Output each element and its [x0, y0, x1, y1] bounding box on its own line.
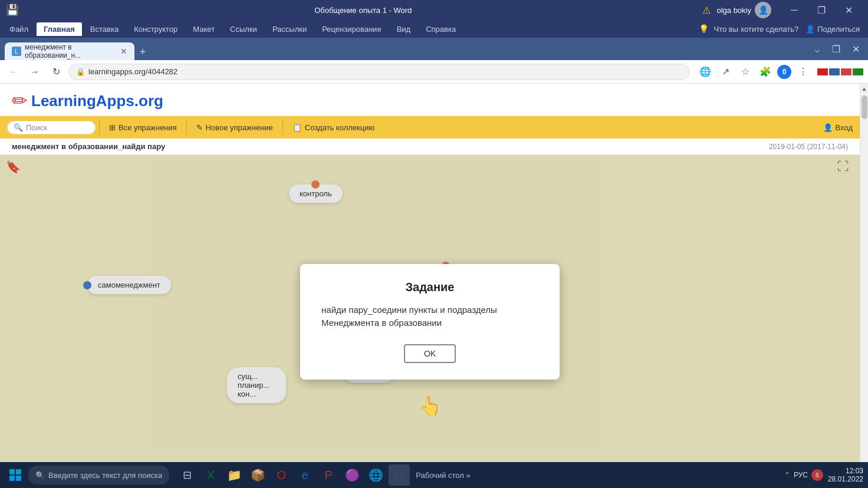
login-label: Вход	[836, 123, 853, 132]
all-exercises-label: Все упражнения	[119, 123, 177, 132]
lang-flags	[817, 68, 863, 75]
pencil-icon: ✏	[12, 90, 28, 112]
nav-create-collection[interactable]: 📋 Создать коллекцию	[287, 116, 380, 139]
bookmark-btn[interactable]: ☆	[737, 64, 754, 80]
dialog-ok-btn[interactable]: OK	[404, 344, 456, 363]
content-wrapper: ✏ LearningApps.org 🔍 Поиск ⊞ Все упражне…	[0, 84, 860, 488]
grid-icon: ⊞	[109, 123, 116, 132]
back-btn[interactable]: ←	[5, 63, 22, 81]
user-icon: 👤	[823, 123, 833, 132]
page-title: менеджмент в образовании_найди пару	[12, 142, 165, 151]
page-title-bar: менеджмент в образовании_найди пару 2019…	[0, 139, 860, 155]
la-header: ✏ LearningApps.org	[0, 84, 860, 116]
ribbon-search: 💡 Что вы хотите сделать?	[699, 24, 798, 34]
username: olga bokiy	[716, 6, 751, 15]
forward-btn[interactable]: →	[26, 63, 44, 81]
translate-btn[interactable]: 🌐	[697, 64, 714, 80]
cursor-hand: 👆	[418, 395, 442, 417]
tab-favicon: L	[12, 47, 21, 56]
flag-it	[853, 68, 863, 75]
la-logo: ✏ LearningApps.org	[12, 90, 163, 112]
la-navbar: 🔍 Поиск ⊞ Все упражнения ✎ Новое упражне…	[0, 116, 860, 139]
url-text: learningapps.org/4044282	[88, 67, 177, 76]
address-input[interactable]: 🔒 learningapps.org/4044282	[68, 64, 690, 80]
user-info: ⚠ olga bokiy 👤	[702, 2, 771, 18]
browser-close-btn[interactable]: ✕	[849, 42, 863, 56]
edit-icon: ✎	[196, 123, 203, 132]
dialog-title: Задание	[321, 281, 538, 294]
extension-badge: 0	[777, 65, 791, 79]
nav-divider-2	[186, 120, 187, 134]
scrollbar-right[interactable]: ▲	[860, 84, 868, 488]
tab-review[interactable]: Рецензирование	[315, 22, 388, 36]
nav-new-exercise[interactable]: ✎ Новое упражнение	[190, 116, 279, 139]
ribbon: Файл Главная Вставка Конструктор Макет С…	[0, 20, 868, 38]
search-icon: 🔍	[14, 123, 23, 132]
tab-mailings[interactable]: Рассылки	[265, 22, 314, 36]
share-button[interactable]: 👤 Поделиться	[800, 23, 866, 35]
tab-view[interactable]: Вид	[390, 22, 418, 36]
tab-constructor[interactable]: Конструктор	[127, 22, 185, 36]
browser-actions: 🌐 ↗ ☆ 🧩 0 ⋮	[697, 64, 863, 80]
lightbulb-icon: 💡	[699, 24, 709, 34]
flag-ru	[841, 68, 851, 75]
warning-icon: ⚠	[702, 5, 711, 16]
extensions-btn[interactable]: 🧩	[757, 64, 774, 80]
browser-minimize-btn[interactable]: ⌵	[811, 42, 824, 56]
menu-btn[interactable]: ⋮	[795, 64, 811, 80]
titlebar-restore-btn[interactable]: ❐	[808, 0, 835, 20]
avatar: 👤	[755, 2, 771, 18]
tab-insert[interactable]: Вставка	[83, 22, 126, 36]
dialog-overlay: Задание найди пару_соедини пункты и подр…	[0, 155, 860, 488]
flag-de	[817, 68, 828, 75]
flag-en	[829, 68, 840, 75]
titlebar-title: Обобщение опыта 1 - Word	[24, 6, 702, 15]
browser-tab-active[interactable]: L менеджмент в образовании_н... ✕	[5, 42, 134, 60]
new-tab-btn[interactable]: +	[134, 44, 151, 60]
la-logo-text: LearningApps.org	[31, 92, 163, 110]
collection-icon: 📋	[292, 123, 302, 132]
dialog-box: Задание найди пару_соедини пункты и подр…	[300, 264, 560, 380]
new-exercise-label: Новое упражнение	[206, 123, 273, 132]
browser-restore-btn[interactable]: ❐	[828, 42, 844, 56]
tab-close-btn[interactable]: ✕	[120, 47, 127, 56]
save-icon: 💾	[6, 4, 19, 17]
person-icon: 👤	[805, 25, 815, 34]
main-content: ✏ LearningApps.org 🔍 Поиск ⊞ Все упражне…	[0, 84, 868, 488]
tab-layout[interactable]: Макет	[186, 22, 222, 36]
nav-divider-1	[99, 120, 100, 134]
share-btn[interactable]: ↗	[717, 64, 734, 80]
reload-btn[interactable]: ↻	[47, 63, 65, 81]
tab-home[interactable]: Главная	[37, 22, 82, 36]
nav-all-exercises[interactable]: ⊞ Все упражнения	[103, 116, 183, 139]
browser-bar: L менеджмент в образовании_н... ✕ + ⌵ ❐ …	[0, 38, 868, 60]
tab-title: менеджмент в образовании_н...	[25, 43, 117, 60]
tab-file[interactable]: Файл	[2, 22, 35, 36]
titlebar-close-btn[interactable]: ✕	[835, 0, 862, 20]
page-date: 2019-01-05 (2017-11-04)	[769, 143, 848, 151]
address-bar: ← → ↻ 🔒 learningapps.org/4044282 🌐 ↗ ☆ 🧩…	[0, 60, 868, 84]
tab-help[interactable]: Справка	[419, 22, 463, 36]
create-collection-label: Создать коллекцию	[305, 123, 374, 132]
la-search[interactable]: 🔍 Поиск	[7, 121, 96, 134]
ribbon-search-label[interactable]: Что вы хотите сделать?	[714, 25, 798, 34]
tab-strip: L менеджмент в образовании_н... ✕ +	[5, 38, 151, 60]
nav-divider-3	[282, 120, 283, 134]
nav-login[interactable]: 👤 Вход	[823, 123, 853, 132]
tab-links[interactable]: Ссылки	[223, 22, 264, 36]
scroll-up-btn[interactable]: ▲	[860, 84, 869, 93]
scroll-thumb[interactable]	[862, 95, 867, 119]
lock-icon: 🔒	[76, 68, 85, 76]
la-search-placeholder: Поиск	[26, 123, 47, 132]
exercise-area: 🔖 ⛶ контроль самоменеджмент правлениерсо…	[0, 155, 860, 488]
titlebar: 💾 Обобщение опыта 1 - Word ⚠ olga bokiy …	[0, 0, 868, 20]
browser-window-controls: ⌵ ❐ ✕	[811, 42, 863, 56]
dialog-body: найди пару_соедини пункты и подразделы М…	[321, 304, 538, 330]
titlebar-minimize-btn[interactable]: ─	[781, 0, 808, 20]
